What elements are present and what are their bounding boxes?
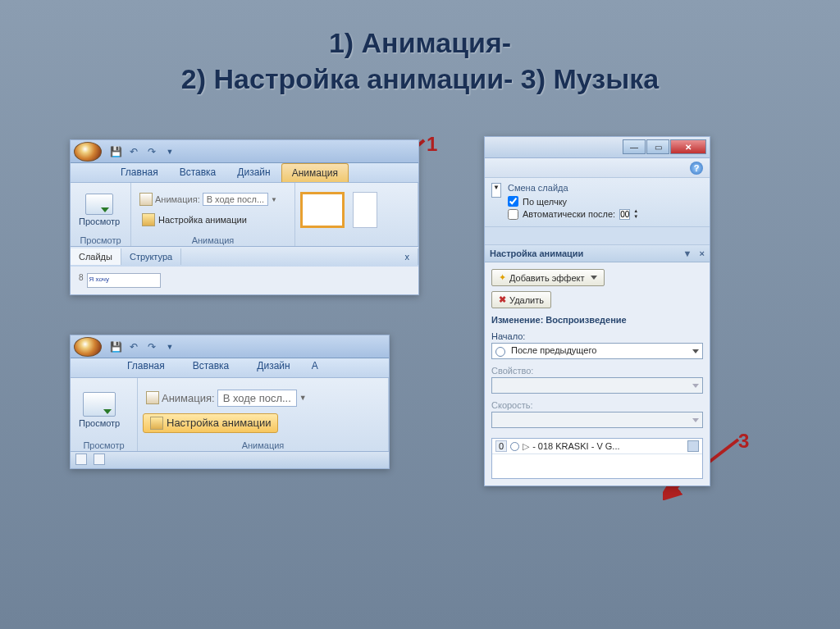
screenshot-2: 💾 ↶ ↷ ▼ Главная Вставка Дизайн А Просмот… <box>70 335 390 469</box>
view-normal-icon[interactable] <box>75 454 87 465</box>
slide-number: 8 <box>79 273 84 282</box>
animation-dd-label: Анимация: <box>155 194 200 204</box>
animation-dd-label: Анимация: <box>162 392 215 404</box>
effect-item-menu-icon[interactable] <box>687 440 699 452</box>
speed-label: Скорость: <box>491 400 703 410</box>
transition-none[interactable] <box>300 192 345 228</box>
animation-settings-label: Настройка анимации <box>158 215 247 225</box>
qat-dropdown-icon[interactable]: ▼ <box>162 144 177 159</box>
animation-dd-value: В ходе посл... <box>203 193 268 206</box>
save-icon[interactable]: 💾 <box>108 340 123 354</box>
change-heading: Изменение: Воспроизведение <box>491 315 703 325</box>
tab-insert[interactable]: Вставка <box>179 354 244 377</box>
auto-after-time[interactable] <box>619 209 630 220</box>
effect-name: - 018 KRASKI - V G... <box>532 441 684 451</box>
tab-home[interactable]: Главная <box>110 162 169 182</box>
auto-after-label: Автоматически после: <box>523 209 615 219</box>
navtab-slides[interactable]: Слайды <box>71 248 121 265</box>
chevron-down-icon: ▼ <box>271 196 277 203</box>
navtab-close[interactable]: x <box>397 248 419 265</box>
taskpane-menu-icon[interactable]: ▼ <box>683 248 692 258</box>
chevron-down-icon <box>692 418 699 422</box>
nav-pane-tabs: Слайды Структура x <box>71 247 418 267</box>
animation-settings-label: Настройка анимации <box>167 417 271 429</box>
add-effect-button[interactable]: ✦ Добавить эффект <box>491 269 605 286</box>
taskpane-header: Настройка анимации ▼ × <box>485 245 710 262</box>
animation-icon <box>146 391 159 404</box>
transition-gallery[interactable] <box>300 186 413 234</box>
undo-icon[interactable]: ↶ <box>126 340 141 354</box>
on-click-input[interactable] <box>508 196 518 207</box>
title-line-2: 2) Настройка анимации- 3) Музыка <box>0 61 840 97</box>
tab-design[interactable]: Дизайн <box>243 354 304 377</box>
tab-animation-cut[interactable]: А <box>304 354 326 377</box>
view-sorter-icon[interactable] <box>94 454 105 465</box>
transition-item[interactable] <box>353 192 377 228</box>
start-dropdown[interactable]: После предыдущего <box>491 343 703 359</box>
auto-after-checkbox[interactable]: Автоматически после: ▲ ▼ <box>508 208 703 220</box>
group-animation-label: Анимация <box>136 234 290 245</box>
transition-section: ▼ Смена слайда По щелчку Автоматически п… <box>485 178 710 227</box>
statusbar-fragment <box>71 452 389 468</box>
taskpane-close-icon[interactable]: × <box>700 248 705 258</box>
animation-dd-value: В ходе посл... <box>217 390 297 407</box>
preview-icon <box>85 194 113 215</box>
window-controls: — ▭ ✕ <box>485 137 710 158</box>
chevron-down-icon[interactable]: ▼ <box>491 183 501 198</box>
redo-icon[interactable]: ↷ <box>144 340 159 354</box>
spinner-up-icon[interactable]: ▲ <box>633 208 638 214</box>
chevron-down-icon <box>591 276 597 280</box>
callout-1: 1 <box>427 133 437 156</box>
slide-thumbnail[interactable]: 8 Я хочу <box>77 271 412 289</box>
ribbon-body: Просмотр Просмотр Анимация: В ходе посл.… <box>71 183 418 247</box>
ribbon-tabs: Главная Вставка Дизайн А <box>71 358 389 378</box>
animation-dropdown[interactable]: Анимация: В ходе посл... ▼ <box>136 191 281 207</box>
right-panel: — ▭ ✕ ? ▼ Смена слайда По щелчку Автомат… <box>484 136 710 486</box>
ribbon-body: Просмотр Просмотр Анимация: В ходе посл.… <box>71 378 389 452</box>
effect-item[interactable]: 0 ▷ - 018 KRASKI - V G... <box>492 439 702 454</box>
save-icon[interactable]: 💾 <box>108 144 123 159</box>
transition-heading: Смена слайда <box>508 183 703 193</box>
redo-icon[interactable]: ↷ <box>144 144 159 159</box>
page-title: 1) Анимация- 2) Настройка анимации- 3) М… <box>0 0 840 97</box>
preview-label: Просмотр <box>79 418 120 428</box>
star-icon <box>142 213 155 226</box>
remove-button[interactable]: ✖ Удалить <box>491 291 551 308</box>
remove-icon: ✖ <box>499 294 506 305</box>
animation-dropdown[interactable]: Анимация: В ходе посл... ▼ <box>143 388 310 408</box>
tab-animation[interactable]: Анимация <box>281 163 349 182</box>
star-icon: ✦ <box>499 272 506 283</box>
office-button[interactable] <box>74 337 102 357</box>
chevron-down-icon <box>692 384 699 388</box>
preview-label: Просмотр <box>79 217 120 226</box>
help-icon[interactable]: ? <box>690 162 703 175</box>
office-button[interactable] <box>74 142 102 162</box>
clock-icon <box>510 442 519 451</box>
start-value: После предыдущего <box>511 345 596 355</box>
tab-home[interactable]: Главная <box>113 354 179 377</box>
animation-settings-button[interactable]: Настройка анимации <box>143 413 278 433</box>
auto-after-input[interactable] <box>508 209 518 220</box>
animation-icon <box>139 193 153 206</box>
navtab-outline[interactable]: Структура <box>121 248 181 265</box>
spinner-down-icon[interactable]: ▼ <box>633 214 638 220</box>
maximize-button[interactable]: ▭ <box>646 139 669 154</box>
taskpane-body: ✦ Добавить эффект ✖ Удалить Изменение: В… <box>485 262 710 485</box>
slide-thumb-content: Я хочу <box>87 273 161 288</box>
callout-3: 3 <box>738 430 749 453</box>
ribbon-tabs: Главная Вставка Дизайн Анимация <box>71 163 418 183</box>
tab-insert[interactable]: Вставка <box>169 162 227 182</box>
effect-list: 0 ▷ - 018 KRASKI - V G... <box>491 438 703 479</box>
tab-design[interactable]: Дизайн <box>226 162 281 182</box>
preview-icon <box>83 392 116 417</box>
preview-button[interactable]: Просмотр <box>75 390 123 430</box>
preview-button[interactable]: Просмотр <box>75 192 123 228</box>
add-effect-label: Добавить эффект <box>509 273 584 283</box>
close-button[interactable]: ✕ <box>670 139 706 154</box>
undo-icon[interactable]: ↶ <box>126 144 141 159</box>
animation-settings-button[interactable]: Настройка анимации <box>136 211 253 229</box>
star-icon <box>150 417 163 430</box>
minimize-button[interactable]: — <box>623 139 646 154</box>
qat-dropdown-icon[interactable]: ▼ <box>162 340 177 354</box>
on-click-checkbox[interactable]: По щелчку <box>508 196 703 207</box>
